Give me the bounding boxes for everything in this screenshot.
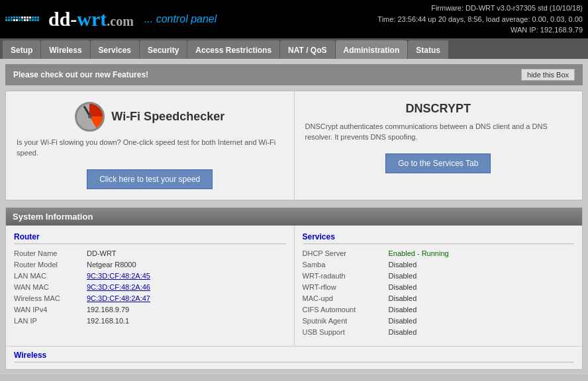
- services-tab-button[interactable]: Go to the Services Tab: [385, 153, 491, 173]
- info-value: Disabled: [389, 261, 417, 269]
- info-value: Disabled: [389, 306, 417, 314]
- table-row: WAN MAC 9C:3D:CF:48:2A:46: [14, 283, 286, 291]
- services-section-title: Services: [303, 232, 575, 244]
- speedchecker-title: Wi-Fi Speedchecker: [111, 110, 224, 124]
- info-value: Enabled - Running: [389, 249, 449, 257]
- info-value: 9C:3D:CF:48:2A:46: [87, 283, 150, 291]
- router-section-title: Router: [14, 232, 286, 244]
- navbar: Setup Wireless Services Security Access …: [0, 38, 588, 59]
- table-row: Wireless MAC 9C:3D:CF:48:2A:47: [14, 294, 286, 302]
- table-row: WRT-radauth Disabled: [303, 272, 575, 280]
- router-section: Router Router Name DD-WRT Router Model N…: [6, 226, 295, 346]
- speedtest-button[interactable]: Click here to test your speed: [87, 169, 213, 189]
- info-label: Router Model: [14, 261, 87, 269]
- dnscrypt-title: DNSCRYPT: [305, 102, 572, 116]
- info-label: LAN IP: [14, 317, 87, 325]
- info-value: 192.168.9.79: [87, 306, 129, 314]
- info-value: Disabled: [389, 317, 417, 325]
- info-value: Disabled: [389, 272, 417, 280]
- table-row: LAN MAC 9C:3D:CF:48:2A:45: [14, 272, 286, 280]
- info-value: Netgear R8000: [87, 261, 136, 269]
- hide-box-button[interactable]: hide this Box: [521, 69, 575, 81]
- speedchecker-card: Wi-Fi Speedchecker Is your Wi-Fi slowing…: [6, 91, 295, 200]
- header: dd-wrt.com ... control panel Firmware: D…: [0, 0, 588, 38]
- wireless-section: Wireless: [6, 346, 582, 369]
- info-label: WRT-radauth: [303, 272, 389, 280]
- table-row: Samba Disabled: [303, 261, 575, 269]
- nav-nat-qos[interactable]: NAT / QoS: [280, 40, 334, 59]
- info-label: WRT-rflow: [303, 283, 389, 291]
- info-value: Disabled: [389, 294, 417, 302]
- table-row: WRT-rflow Disabled: [303, 283, 575, 291]
- nav-services[interactable]: Services: [91, 40, 139, 59]
- header-info: Firmware: DD-WRT v3.0-r37305 std (10/10/…: [377, 3, 583, 36]
- info-value: 9C:3D:CF:48:2A:45: [87, 272, 150, 280]
- control-panel-label: ... control panel: [144, 13, 217, 25]
- logo-area: dd-wrt.com ... control panel: [5, 8, 217, 30]
- logo-dots: [5, 17, 39, 21]
- info-value: 192.168.10.1: [87, 317, 129, 325]
- info-value: Disabled: [389, 283, 417, 291]
- table-row: MAC-upd Disabled: [303, 294, 575, 302]
- info-label: LAN MAC: [14, 272, 87, 280]
- info-value: DD-WRT: [87, 249, 116, 257]
- main-content: Please check out our new Features! hide …: [0, 59, 588, 375]
- info-value: 9C:3D:CF:48:2A:47: [87, 294, 150, 302]
- wireless-mac-link[interactable]: 9C:3D:CF:48:2A:47: [87, 294, 150, 302]
- feature-cards: Wi-Fi Speedchecker Is your Wi-Fi slowing…: [5, 91, 583, 200]
- wireless-section-title: Wireless: [14, 351, 574, 362]
- system-info: System Information Router Router Name DD…: [5, 207, 583, 370]
- info-label: DHCP Server: [303, 249, 389, 257]
- info-label: MAC-upd: [303, 294, 389, 302]
- info-label: Sputnik Agent: [303, 317, 389, 325]
- table-row: Sputnik Agent Disabled: [303, 317, 575, 325]
- nav-administration[interactable]: Administration: [336, 40, 408, 59]
- nav-status[interactable]: Status: [408, 40, 448, 59]
- wan-ip-info: WAN IP: 192.168.9.79: [377, 24, 583, 36]
- table-row: Router Model Netgear R8000: [14, 261, 286, 269]
- system-info-header: System Information: [6, 208, 582, 226]
- info-label: Router Name: [14, 249, 87, 257]
- system-info-body: Router Router Name DD-WRT Router Model N…: [6, 226, 582, 346]
- info-value: Disabled: [389, 328, 417, 336]
- table-row: LAN IP 192.168.10.1: [14, 317, 286, 325]
- info-label: Samba: [303, 261, 389, 269]
- speedchecker-body: Is your Wi-Fi slowing you down? One-clic…: [17, 137, 283, 159]
- nav-security[interactable]: Security: [140, 40, 187, 59]
- table-row: DHCP Server Enabled - Running: [303, 249, 575, 257]
- dnscrypt-card: DNSCRYPT DNSCrypt authenticates communic…: [295, 91, 583, 200]
- info-label: CIFS Automount: [303, 306, 389, 314]
- banner-text: Please check out our new Features!: [13, 70, 148, 79]
- table-row: CIFS Automount Disabled: [303, 306, 575, 314]
- nav-access-restrictions[interactable]: Access Restrictions: [187, 40, 279, 59]
- wan-mac-link[interactable]: 9C:3D:CF:48:2A:46: [87, 283, 150, 291]
- table-row: USB Support Disabled: [303, 328, 575, 336]
- table-row: Router Name DD-WRT: [14, 249, 286, 257]
- firmware-info: Firmware: DD-WRT v3.0-r37305 std (10/10/…: [377, 3, 583, 14]
- nav-setup[interactable]: Setup: [3, 40, 40, 59]
- info-label: WAN IPv4: [14, 306, 87, 314]
- lan-mac-link[interactable]: 9C:3D:CF:48:2A:45: [87, 272, 150, 280]
- nav-wireless[interactable]: Wireless: [41, 40, 89, 59]
- uptime-info: Time: 23:56:44 up 20 days, 8:56, load av…: [377, 14, 583, 25]
- table-row: WAN IPv4 192.168.9.79: [14, 306, 286, 314]
- info-label: WAN MAC: [14, 283, 87, 291]
- services-section: Services DHCP Server Enabled - Running S…: [295, 226, 583, 346]
- speedometer-icon: [75, 102, 105, 132]
- feature-banner: Please check out our new Features! hide …: [5, 64, 583, 85]
- logo-text: dd-wrt.com: [48, 8, 134, 30]
- info-label: Wireless MAC: [14, 294, 87, 302]
- info-label: USB Support: [303, 328, 389, 336]
- dnscrypt-body: DNSCrypt authenticates communications be…: [305, 121, 572, 143]
